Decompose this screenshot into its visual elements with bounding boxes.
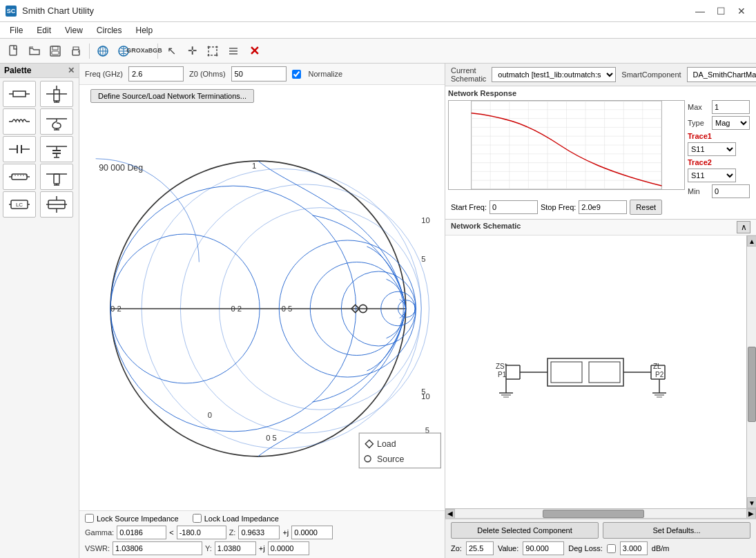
palette-inductor-series[interactable] bbox=[3, 108, 36, 135]
angle-value-input[interactable] bbox=[177, 526, 226, 539]
ns-scroll-left-button[interactable]: ◀ bbox=[445, 509, 455, 519]
z0-label: Z0 (Ohms) bbox=[189, 70, 226, 78]
palette-grid: LC bbox=[0, 78, 79, 220]
max-value-input[interactable] bbox=[712, 100, 750, 114]
smith-chart-svg[interactable]: 90 000 Deg bbox=[79, 107, 445, 510]
network-response-sidebar: Max Type MagPhasedB Trace1 S11 bbox=[688, 100, 753, 198]
svg-rect-0 bbox=[10, 46, 17, 55]
ns-horizontal-scrollbar: ◀ ▶ bbox=[445, 508, 756, 518]
smith-checkboxes: Lock Source Impedance Lock Load Impedanc… bbox=[85, 514, 439, 523]
smith-chart-container: 90 000 Deg bbox=[79, 107, 445, 510]
z-label: Z: bbox=[229, 528, 236, 537]
maximize-button[interactable]: ☐ bbox=[712, 4, 730, 18]
vswr-value-input[interactable] bbox=[113, 541, 202, 555]
select-region-button[interactable] bbox=[203, 41, 222, 61]
current-schematic-select[interactable]: outmatch [test1_lib:outmatch:s... bbox=[492, 67, 616, 82]
lock-load-label: Lock Load Impedance bbox=[193, 514, 279, 523]
toolbar: GROXaBGB ↖ ✛ ✕ bbox=[0, 39, 756, 64]
gamma-value-input[interactable] bbox=[117, 526, 166, 539]
align-button[interactable] bbox=[224, 41, 243, 61]
menu-circles[interactable]: Circles bbox=[90, 24, 129, 37]
ns-scroll-down-button[interactable]: ▼ bbox=[747, 497, 756, 508]
normalize-checkbox[interactable] bbox=[292, 70, 301, 79]
deg-loss-label: Deg Loss: bbox=[568, 544, 603, 552]
ns-scroll-thumb[interactable] bbox=[748, 347, 756, 422]
palette-resistor-series[interactable] bbox=[3, 81, 36, 107]
min-value-input[interactable] bbox=[712, 184, 750, 198]
z-real-input[interactable] bbox=[238, 526, 280, 539]
ns-scroll-up-button[interactable]: ▲ bbox=[747, 235, 756, 247]
ns-scroll-right-button[interactable]: ▶ bbox=[746, 509, 756, 519]
menu-edit[interactable]: Edit bbox=[30, 24, 58, 37]
menu-view[interactable]: View bbox=[58, 24, 90, 37]
grid-view-button[interactable] bbox=[93, 41, 113, 61]
angle-label: 90 000 Deg bbox=[99, 163, 143, 173]
z-imag-input[interactable] bbox=[291, 526, 333, 539]
window-controls: — ☐ ✕ bbox=[691, 4, 750, 18]
close-button[interactable]: ✕ bbox=[733, 4, 750, 18]
smith-chart-area: Freq (GHz) Z0 (Ohms) Normalize Define So… bbox=[79, 64, 445, 558]
y-label: Y: bbox=[205, 544, 212, 552]
svg-point-5 bbox=[78, 51, 79, 52]
save-copy-button[interactable] bbox=[46, 41, 65, 61]
max-row: Max bbox=[688, 100, 753, 114]
palette-resistor-shunt[interactable] bbox=[40, 81, 73, 107]
ns-hscroll-thumb[interactable] bbox=[543, 510, 645, 518]
ns-collapse-button[interactable]: ∧ bbox=[737, 221, 750, 233]
start-freq-label: Start Freq: bbox=[451, 203, 487, 211]
trace1-select[interactable]: S11S21S12S22 bbox=[688, 142, 736, 156]
svg-point-16 bbox=[208, 54, 210, 56]
svg-text:Source: Source bbox=[377, 454, 404, 464]
type-row: Type MagPhasedB bbox=[688, 116, 753, 130]
zo-value-input[interactable] bbox=[466, 541, 494, 555]
palette-tline-shunt[interactable] bbox=[40, 164, 73, 190]
palette-comp2[interactable] bbox=[40, 191, 73, 218]
delete-component-button[interactable]: Delete Selected Component bbox=[451, 522, 599, 539]
ns-header: Network Schematic ∧ bbox=[445, 220, 756, 235]
gamma-label: Gamma: bbox=[85, 528, 114, 537]
smart-component-label: SmartComponent bbox=[621, 70, 681, 79]
svg-point-15 bbox=[216, 46, 218, 48]
lock-source-checkbox[interactable] bbox=[85, 514, 94, 523]
move-button[interactable]: ✛ bbox=[182, 41, 202, 61]
z0-input[interactable] bbox=[231, 66, 287, 81]
start-freq-input[interactable] bbox=[490, 200, 538, 214]
palette-capacitor-series[interactable] bbox=[3, 136, 36, 162]
deg-loss-value-input[interactable] bbox=[620, 541, 648, 555]
palette-header: Palette ✕ bbox=[0, 64, 79, 78]
open-button[interactable] bbox=[25, 41, 44, 61]
new-button[interactable] bbox=[4, 41, 23, 61]
print-button[interactable] bbox=[66, 41, 86, 61]
value-input[interactable] bbox=[523, 541, 564, 555]
stop-freq-input[interactable] bbox=[579, 200, 627, 214]
palette-close-button[interactable]: ✕ bbox=[68, 66, 75, 75]
deg-loss-checkbox[interactable] bbox=[607, 544, 616, 553]
lock-load-checkbox[interactable] bbox=[193, 514, 202, 523]
trace2-select[interactable]: S11S21S12S22 bbox=[688, 169, 736, 182]
svg-text:Load: Load bbox=[377, 439, 396, 449]
toolbar-separator-1 bbox=[89, 44, 90, 59]
palette-capacitor-shunt[interactable] bbox=[40, 136, 73, 162]
menu-help[interactable]: Help bbox=[129, 24, 160, 37]
set-defaults-button[interactable]: Set Defaults... bbox=[603, 522, 750, 539]
type-select[interactable]: MagPhasedB bbox=[712, 116, 750, 130]
schematic-diagram: ZS* P1 ZL P2 bbox=[485, 331, 706, 414]
svg-rect-50 bbox=[54, 174, 59, 184]
y-real-input[interactable] bbox=[215, 541, 256, 555]
svg-rect-45 bbox=[12, 174, 27, 180]
network-response-reset-button[interactable]: Reset bbox=[630, 200, 662, 215]
menu-file[interactable]: File bbox=[3, 24, 30, 37]
freq-input[interactable] bbox=[128, 66, 184, 81]
y-imag-input[interactable] bbox=[268, 541, 309, 555]
define-terminations-button[interactable]: Define Source/Load Network Terminations.… bbox=[90, 89, 254, 103]
vswr-label: VSWR: bbox=[85, 544, 110, 552]
grid-label-button[interactable]: GROXaBGB bbox=[135, 41, 154, 61]
palette-inductor-shunt[interactable] bbox=[40, 108, 73, 135]
smart-component-select[interactable]: DA_SmithChartMatch1 bbox=[687, 67, 756, 82]
ns-actions: Delete Selected Component Set Defaults..… bbox=[445, 519, 756, 558]
palette-tline-series[interactable] bbox=[3, 164, 36, 190]
delete-toolbar-button[interactable]: ✕ bbox=[244, 41, 264, 61]
minimize-button[interactable]: — bbox=[691, 4, 709, 18]
palette-comp1[interactable]: LC bbox=[3, 191, 36, 218]
pointer-button[interactable]: ↖ bbox=[162, 41, 181, 61]
